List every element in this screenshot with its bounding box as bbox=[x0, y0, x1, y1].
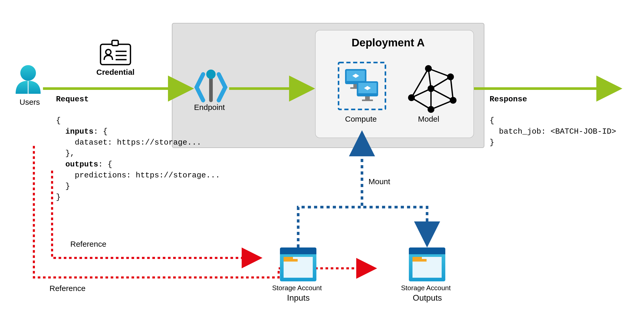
svg-point-33 bbox=[428, 85, 434, 92]
model-label: Model bbox=[418, 115, 439, 123]
svg-point-29 bbox=[425, 65, 432, 72]
svg-point-28 bbox=[408, 94, 415, 101]
compute-label: Compute bbox=[345, 115, 377, 123]
storage-inputs-sub: Inputs bbox=[287, 293, 310, 303]
svg-point-30 bbox=[447, 73, 454, 80]
users-icon bbox=[16, 65, 41, 94]
svg-rect-42 bbox=[409, 252, 445, 254]
request-title: Request bbox=[56, 94, 89, 105]
svg-rect-36 bbox=[280, 252, 316, 254]
reference-label-2: Reference bbox=[49, 284, 85, 293]
svg-line-25 bbox=[431, 77, 451, 89]
response-title: Response bbox=[490, 94, 527, 105]
mount-line-inputs bbox=[298, 207, 361, 247]
storage-inputs-title: Storage Account bbox=[272, 284, 322, 292]
users-label: Users bbox=[20, 98, 40, 107]
svg-line-22 bbox=[411, 98, 431, 109]
reference-label-1: Reference bbox=[70, 240, 106, 249]
compute-icon bbox=[339, 63, 385, 109]
request-code: { inputs: { dataset: https://storage... … bbox=[56, 104, 220, 203]
endpoint-icon bbox=[197, 70, 225, 100]
response-code: { batch_job: <BATCH-JOB-ID> } bbox=[490, 104, 616, 148]
svg-line-20 bbox=[451, 77, 453, 100]
svg-point-3 bbox=[106, 49, 111, 55]
svg-point-32 bbox=[428, 106, 434, 113]
credential-label: Credential bbox=[96, 68, 135, 77]
storage-outputs-icon bbox=[409, 247, 445, 281]
svg-rect-39 bbox=[284, 259, 298, 262]
svg-rect-17 bbox=[362, 100, 373, 101]
svg-point-0 bbox=[20, 65, 36, 81]
svg-line-21 bbox=[431, 100, 453, 109]
storage-outputs-sub: Outputs bbox=[413, 293, 442, 303]
credential-icon bbox=[101, 40, 130, 65]
model-icon bbox=[408, 65, 457, 113]
storage-outputs-title: Storage Account bbox=[401, 284, 451, 292]
svg-rect-16 bbox=[365, 96, 370, 100]
svg-point-31 bbox=[450, 97, 457, 104]
svg-rect-2 bbox=[112, 40, 118, 46]
svg-line-26 bbox=[431, 89, 453, 100]
svg-line-19 bbox=[428, 69, 451, 77]
mount-label: Mount bbox=[368, 177, 390, 186]
mount-line-outputs bbox=[363, 207, 427, 245]
svg-rect-45 bbox=[412, 259, 427, 262]
svg-point-8 bbox=[206, 70, 216, 79]
svg-rect-1 bbox=[101, 44, 130, 65]
storage-inputs-icon bbox=[280, 247, 316, 281]
